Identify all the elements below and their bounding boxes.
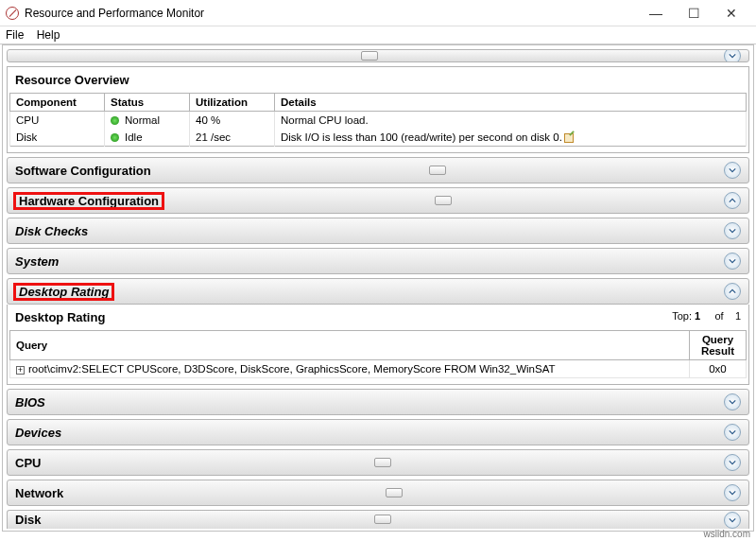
app-icon (6, 7, 19, 20)
desktop-rating-table: Query Query Result +root\cimv2:SELECT CP… (9, 330, 747, 378)
cell-result: 0x0 (690, 360, 747, 378)
section-label: System (15, 254, 59, 269)
menu-bar: File Help (0, 26, 756, 44)
pill-icon (374, 513, 391, 527)
cell: Normal (105, 112, 190, 130)
pager-label: Top: (672, 310, 692, 322)
chevron-down-icon[interactable] (724, 162, 741, 179)
menu-file[interactable]: File (6, 28, 24, 42)
chevron-up-icon[interactable] (724, 283, 741, 300)
section-label: Network (15, 486, 63, 500)
col-utilization[interactable]: Utilization (190, 94, 275, 112)
title-bar: Resource and Performance Monitor — ☐ ✕ (0, 0, 756, 26)
panel-title-text: Desktop Rating (15, 310, 105, 324)
cell-query: +root\cimv2:SELECT CPUScore, D3DScore, D… (10, 360, 690, 378)
query-text: root\cimv2:SELECT CPUScore, D3DScore, Di… (28, 363, 555, 375)
maximize-button[interactable]: ☐ (675, 0, 713, 26)
section-hardware-configuration[interactable]: Hardware Configuration (7, 187, 749, 214)
section-disk[interactable]: Disk (7, 510, 749, 529)
status-text: Idle (125, 131, 143, 143)
chevron-down-icon[interactable] (724, 253, 741, 270)
section-devices[interactable]: Devices (7, 419, 749, 445)
workspace: Resource Overview Component Status Utili… (2, 44, 754, 532)
section-network[interactable]: Network (7, 480, 749, 506)
highlight-box: Desktop Rating (15, 285, 112, 299)
cell: Disk (10, 129, 105, 147)
section-label: Disk Checks (15, 224, 88, 238)
section-software-configuration[interactable]: Software Configuration (7, 157, 749, 183)
cell: 21 /sec (190, 129, 275, 147)
window-title: Resource and Performance Monitor (25, 7, 637, 20)
cell: Idle (105, 129, 190, 147)
chevron-down-icon[interactable] (724, 484, 741, 501)
highlight-box: Hardware Configuration (15, 194, 163, 208)
table-row: Disk Idle 21 /sec Disk I/O is less than … (10, 129, 747, 147)
panel-title: Desktop Rating Top: 1 of 1 (9, 308, 747, 330)
label-text: Desktop Rating (19, 285, 109, 299)
chevron-down-icon[interactable] (724, 512, 741, 529)
section-bios[interactable]: BIOS (7, 389, 749, 415)
section-label: Disk (15, 513, 41, 527)
col-details[interactable]: Details (275, 94, 747, 112)
pill-icon (429, 164, 446, 178)
section-label: BIOS (15, 395, 45, 410)
status-dot-icon (111, 116, 119, 125)
section-label: Hardware Configuration (15, 194, 163, 208)
overview-table: Component Status Utilization Details CPU… (9, 93, 747, 147)
status-dot-icon (111, 133, 119, 142)
section-cpu[interactable]: CPU (7, 449, 749, 476)
cell: Disk I/O is less than 100 (read/write) p… (275, 129, 747, 147)
cell: CPU (10, 112, 105, 130)
section-disk-checks[interactable]: Disk Checks (7, 218, 749, 244)
chevron-down-icon[interactable] (724, 454, 741, 471)
section-desktop-rating[interactable]: Desktop Rating (7, 278, 749, 305)
minimize-button[interactable]: — (637, 0, 675, 26)
pill-icon (361, 49, 378, 62)
section-label: Software Configuration (15, 164, 151, 178)
chevron-up-icon[interactable] (724, 192, 741, 209)
edit-icon[interactable] (564, 133, 574, 143)
cell: 40 % (190, 112, 275, 130)
section-label: Desktop Rating (15, 285, 112, 299)
menu-help[interactable]: Help (37, 28, 60, 42)
table-row: +root\cimv2:SELECT CPUScore, D3DScore, D… (10, 360, 747, 378)
details-text: Disk I/O is less than 100 (read/write) p… (281, 131, 562, 143)
resource-overview-panel: Resource Overview Component Status Utili… (7, 66, 749, 153)
label-text: Hardware Configuration (19, 194, 159, 208)
chevron-down-icon[interactable] (724, 222, 741, 239)
pill-icon (386, 486, 403, 500)
col-status[interactable]: Status (105, 94, 190, 112)
pager: Top: 1 of 1 (672, 310, 741, 324)
expand-icon[interactable]: + (16, 366, 25, 375)
desktop-rating-panel: Desktop Rating Top: 1 of 1 Query Query R… (7, 305, 749, 385)
resource-overview-title: Resource Overview (9, 71, 747, 93)
close-button[interactable]: ✕ (713, 0, 750, 26)
pager-total: 1 (735, 310, 741, 322)
chevron-down-icon[interactable] (724, 393, 741, 410)
pill-icon (374, 456, 391, 470)
section-label: CPU (15, 456, 41, 470)
section-label: Devices (15, 426, 61, 440)
section-system[interactable]: System (7, 248, 749, 274)
col-component[interactable]: Component (10, 94, 105, 112)
status-text: Normal (125, 114, 160, 126)
section-performance-truncated[interactable] (7, 49, 749, 62)
watermark: wsiidn.com (704, 529, 750, 533)
col-query[interactable]: Query (10, 331, 690, 360)
col-query-result[interactable]: Query Result (690, 331, 747, 360)
chevron-down-icon[interactable] (724, 424, 741, 441)
cell: Normal CPU load. (275, 112, 747, 130)
panel-title-text: Resource Overview (15, 73, 129, 87)
chevron-down-icon[interactable] (724, 49, 741, 62)
pager-of: of (714, 310, 723, 322)
table-row: CPU Normal 40 % Normal CPU load. (10, 112, 747, 130)
pager-value: 1 (695, 310, 700, 322)
pill-icon (435, 194, 452, 208)
